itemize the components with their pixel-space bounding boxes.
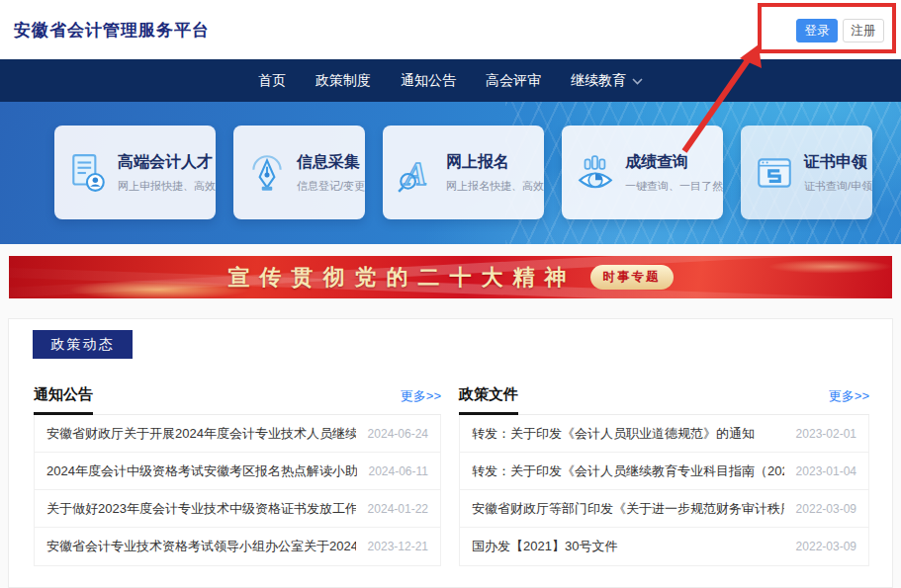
score-query-icon bbox=[575, 152, 616, 194]
hero-card-subtitle: 网上报名快捷、高效 bbox=[446, 179, 544, 194]
item-date: 2024-06-11 bbox=[369, 464, 429, 478]
item-date: 2022-03-09 bbox=[796, 540, 856, 553]
hero-card-subtitle: 证书查询/申领 bbox=[804, 179, 872, 194]
list-item[interactable]: 安徽省财政厅等部门印发《关于进一步规范财务审计秩序 促... 2022-03-0… bbox=[460, 490, 868, 528]
card-score-query[interactable]: 成绩查询 一键查询、一目了然 bbox=[562, 126, 723, 219]
policy-doc-panel: 政策文件 更多>> 转发：关于印发《会计人员职业道德规范》的通知 2023-02… bbox=[459, 375, 869, 566]
info-collect-icon bbox=[246, 152, 288, 194]
hero-banner: 高端会计人才 网上申报快捷、高效 信息采集 信息登记/变更 A bbox=[0, 102, 901, 244]
register-button[interactable]: 注册 bbox=[843, 19, 884, 42]
chevron-down-icon bbox=[632, 78, 643, 85]
svg-text:A: A bbox=[404, 154, 427, 191]
policy-section: 政策动态 通知公告 更多>> 安徽省财政厅关于开展2024年度会计专业技术人员继… bbox=[8, 318, 893, 588]
login-button[interactable]: 登录 bbox=[796, 19, 838, 42]
hero-card-title: 成绩查询 bbox=[625, 152, 723, 173]
panel-title-policy-docs[interactable]: 政策文件 bbox=[459, 385, 518, 415]
nav-item-policy[interactable]: 政策制度 bbox=[315, 72, 371, 90]
hero-card-subtitle: 网上申报快捷、高效 bbox=[118, 179, 216, 194]
list-item[interactable]: 安徽省会计专业技术资格考试领导小组办公室关于2024年度... 2023-12-… bbox=[35, 528, 440, 565]
topic-badge: 时事专题 bbox=[590, 265, 674, 290]
card-senior-talent[interactable]: 高端会计人才 网上申报快捷、高效 bbox=[54, 126, 216, 219]
item-date: 2023-02-01 bbox=[796, 427, 856, 441]
notice-list: 安徽省财政厅关于开展2024年度会计专业技术人员继续教育... 2024-06-… bbox=[34, 415, 441, 566]
slogan-text: 宣传贯彻党的二十大精神 bbox=[228, 263, 577, 293]
card-info-collect[interactable]: 信息采集 信息登记/变更 bbox=[233, 126, 365, 219]
item-date: 2022-03-09 bbox=[796, 502, 856, 516]
hero-card-title: 信息采集 bbox=[297, 152, 365, 173]
section-tab-policy-news[interactable]: 政策动态 bbox=[33, 330, 133, 359]
policy-doc-list: 转发：关于印发《会计人员职业道德规范》的通知 2023-02-01 转发：关于印… bbox=[459, 415, 869, 566]
main-nav: 首页 政策制度 通知公告 高会评审 继续教育 bbox=[0, 59, 901, 102]
hero-card-subtitle: 信息登记/变更 bbox=[297, 179, 365, 194]
item-date: 2024-01-22 bbox=[368, 502, 428, 516]
item-date: 2023-01-04 bbox=[796, 464, 856, 478]
top-header: 安徽省会计管理服务平台 登录 注册 bbox=[0, 0, 901, 59]
hero-card-title: 网上报名 bbox=[446, 152, 544, 173]
more-link-notice[interactable]: 更多>> bbox=[401, 387, 441, 414]
site-title: 安徽省会计管理服务平台 bbox=[14, 19, 210, 42]
hero-cards: 高端会计人才 网上申报快捷、高效 信息采集 信息登记/变更 A bbox=[54, 126, 846, 219]
list-item[interactable]: 安徽省财政厅关于开展2024年度会计专业技术人员继续教育... 2024-06-… bbox=[35, 415, 440, 453]
list-item[interactable]: 国办发【2021】30号文件 2022-03-09 bbox=[460, 528, 868, 565]
slogan-banner[interactable]: 宣传贯彻党的二十大精神 时事专题 bbox=[9, 256, 892, 298]
hero-card-subtitle: 一键查询、一目了然 bbox=[625, 179, 723, 194]
list-item[interactable]: 转发：关于印发《会计人员继续教育专业科目指南（2022年... 2023-01-… bbox=[460, 453, 868, 490]
card-online-signup[interactable]: A 网上报名 网上报名快捷、高效 bbox=[383, 126, 544, 219]
notice-panel: 通知公告 更多>> 安徽省财政厅关于开展2024年度会计专业技术人员继续教育..… bbox=[34, 375, 441, 566]
more-link-policy-docs[interactable]: 更多>> bbox=[829, 387, 869, 414]
online-signup-icon: A bbox=[396, 152, 437, 194]
talent-icon bbox=[67, 152, 109, 194]
panel-title-notice[interactable]: 通知公告 bbox=[34, 385, 93, 415]
list-item[interactable]: 关于做好2023年度会计专业技术中级资格证书发放工作的通知 2024-01-22 bbox=[35, 490, 440, 528]
nav-item-senior-review[interactable]: 高会评审 bbox=[486, 72, 541, 90]
hero-card-title: 证书申领 bbox=[804, 152, 872, 173]
item-date: 2024-06-24 bbox=[368, 427, 428, 441]
nav-item-home[interactable]: 首页 bbox=[258, 72, 286, 90]
certificate-icon bbox=[754, 152, 795, 194]
hero-card-title: 高端会计人才 bbox=[118, 152, 216, 173]
list-item[interactable]: 2024年度会计中级资格考试安徽考区报名热点解读小助手 2024-06-11 bbox=[35, 453, 440, 490]
item-date: 2023-12-21 bbox=[368, 540, 428, 553]
nav-item-notice[interactable]: 通知公告 bbox=[401, 72, 456, 90]
card-certificate[interactable]: 证书申领 证书查询/申领 bbox=[741, 126, 872, 219]
list-item[interactable]: 转发：关于印发《会计人员职业道德规范》的通知 2023-02-01 bbox=[460, 415, 868, 453]
nav-item-continuing-education[interactable]: 继续教育 bbox=[571, 72, 643, 90]
